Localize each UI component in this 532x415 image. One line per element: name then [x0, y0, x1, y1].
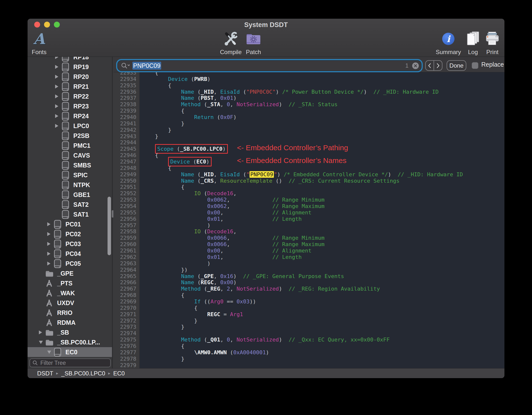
code-line[interactable]: 22950 Name (_CRS, ResourceTemplate () //…: [113, 178, 504, 184]
code-line[interactable]: 22934 Device (PWRB): [113, 76, 504, 82]
code-line[interactable]: 22971 REGC = Arg1: [113, 311, 504, 318]
code-line[interactable]: 22935 {: [113, 82, 504, 89]
disclosure-right-icon[interactable]: [39, 330, 42, 334]
clear-search-icon[interactable]: [412, 62, 419, 69]
sidebar-item-sat1[interactable]: SAT1: [28, 209, 112, 219]
sidebar-item-rp19[interactable]: RP19: [28, 62, 112, 72]
sidebar-item-ntpk[interactable]: NTPK: [28, 180, 112, 190]
filter-tree-input[interactable]: Filter Tree: [30, 358, 111, 367]
patch-button[interactable]: Patch: [237, 28, 269, 56]
code-line[interactable]: 22955 0x00, // Alignment: [113, 209, 504, 216]
disclosure-right-icon[interactable]: [55, 124, 58, 128]
sidebar-scrollbar[interactable]: [108, 197, 111, 255]
code-line[interactable]: 22938 Method (_STA, 0, NotSerialized) //…: [113, 101, 504, 108]
search-input[interactable]: PNP0C09 1: [117, 60, 422, 71]
code-line[interactable]: 22957 ): [113, 222, 504, 229]
disclosure-right-icon[interactable]: [55, 75, 58, 79]
disclosure-right-icon[interactable]: [55, 114, 58, 118]
sidebar-item-pc02[interactable]: PC02: [28, 229, 112, 239]
sidebar-item-cavs[interactable]: CAVS: [28, 150, 112, 160]
code-line[interactable]: 22978 }: [113, 356, 504, 362]
code-line[interactable]: 22947 Device (EC0)<- Embedded Controller…: [113, 159, 504, 165]
replace-checkbox[interactable]: [472, 62, 478, 69]
sidebar-item--gpe[interactable]: _GPE: [28, 268, 112, 278]
code-line[interactable]: 22936 Name (_HID, EisaId ("PNP0C0C") /* …: [113, 89, 504, 95]
disclosure-right-icon[interactable]: [55, 94, 58, 98]
find-next-button[interactable]: [434, 61, 442, 70]
disclosure-right-icon[interactable]: [47, 252, 50, 256]
sidebar-item-p2sb[interactable]: P2SB: [28, 131, 112, 141]
disclosure-down-icon[interactable]: [47, 351, 51, 354]
code-line[interactable]: 22933 {: [113, 72, 504, 76]
code-line[interactable]: 22966 Name (REGC, 0x00): [113, 279, 504, 286]
code-line[interactable]: 22959 0x0066, // Range Minimum: [113, 235, 504, 241]
sidebar-item-spic[interactable]: SPIC: [28, 170, 112, 180]
sidebar-item-rp20[interactable]: RP20: [28, 72, 112, 82]
sidebar-item-smbs[interactable]: SMBS: [28, 160, 112, 170]
disclosure-right-icon[interactable]: [55, 85, 58, 89]
code-line[interactable]: 22942 }: [113, 127, 504, 133]
sidebar-item-pc04[interactable]: PC04: [28, 249, 112, 259]
sidebar-item-rp22[interactable]: RP22: [28, 91, 112, 101]
code-line[interactable]: 22951 {: [113, 184, 504, 190]
disclosure-right-icon[interactable]: [47, 262, 50, 266]
code-line[interactable]: 22969 If ((Arg0 == 0x03)): [113, 298, 504, 305]
breadcrumb-item[interactable]: EC0: [113, 370, 125, 377]
code-line[interactable]: 22967 Method (_REG, 2, NotSerialized) //…: [113, 286, 504, 292]
code-line[interactable]: 22964 }): [113, 267, 504, 273]
sidebar-item-pc05[interactable]: PC05: [28, 259, 112, 268]
code-line[interactable]: 22972 }: [113, 318, 504, 324]
sidebar-item-lpc0[interactable]: LPC0: [28, 121, 112, 131]
sidebar-item-rp18[interactable]: RP18: [28, 57, 112, 62]
find-previous-button[interactable]: [426, 61, 434, 70]
code-line[interactable]: 22962 0x01, // Length: [113, 254, 504, 260]
disclosure-right-icon[interactable]: [47, 242, 50, 246]
code-line[interactable]: 22965 Name (_GPE, 0x16) // _GPE: General…: [113, 273, 504, 280]
code-line[interactable]: 22961 0x00, // Alignment: [113, 248, 504, 254]
disclosure-right-icon[interactable]: [47, 232, 50, 236]
sidebar-item-pmc1[interactable]: PMC1: [28, 141, 112, 150]
sidebar-item-sat2[interactable]: SAT2: [28, 200, 112, 209]
code-line[interactable]: 22973 }: [113, 324, 504, 330]
code-line[interactable]: 22940 Return (0x0F): [113, 114, 504, 120]
breadcrumb-item[interactable]: _SB.PC00.LPC0: [61, 370, 105, 377]
code-line[interactable]: 22958 IO (Decode16,: [113, 228, 504, 235]
disclosure-right-icon[interactable]: [55, 57, 58, 59]
sidebar-item-ec0[interactable]: EC0: [28, 347, 112, 357]
sidebar-item-rp24[interactable]: RP24: [28, 111, 112, 121]
code-line[interactable]: 22952 IO (Decode16,: [113, 190, 504, 197]
print-button[interactable]: Print: [476, 28, 504, 56]
code-line[interactable]: 22979: [113, 362, 504, 368]
sidebar-item-rp21[interactable]: RP21: [28, 82, 112, 91]
code-line[interactable]: 22954 0x0062, // Range Maximum: [113, 203, 504, 209]
code-line[interactable]: 22943 }: [113, 133, 504, 140]
disclosure-right-icon[interactable]: [55, 104, 58, 108]
code-line[interactable]: 22937 Name (PBST, 0x01): [113, 95, 504, 101]
code-line[interactable]: 22939 {: [113, 108, 504, 114]
fonts-button[interactable]: A Fonts: [28, 28, 55, 56]
sidebar-item--wak[interactable]: _WAK: [28, 288, 112, 298]
search-icon[interactable]: [121, 62, 130, 69]
disclosure-down-icon[interactable]: [39, 341, 43, 344]
code-line[interactable]: 22970 {: [113, 305, 504, 311]
code-line[interactable]: 22974: [113, 330, 504, 337]
code-editor[interactable]: 22933 {22934 Device (PWRB)22935 {22936 N…: [113, 72, 504, 368]
code-line[interactable]: 22941 }: [113, 120, 504, 127]
sidebar-item-rdma[interactable]: RDMA: [28, 318, 112, 327]
sidebar-item--pts[interactable]: _PTS: [28, 278, 112, 288]
code-line[interactable]: 22956 0x01, // Length: [113, 216, 504, 222]
code-line[interactable]: 22948 {: [113, 165, 504, 171]
code-line[interactable]: 22945 Scope (_SB.PC00.LPC0)<- Embedded C…: [113, 146, 504, 152]
disclosure-right-icon[interactable]: [47, 222, 50, 226]
disclosure-right-icon[interactable]: [55, 65, 58, 69]
code-line[interactable]: 22968 {: [113, 292, 504, 298]
code-line[interactable]: 22949 Name (_HID, EisaId ("PNP0C09") /* …: [113, 171, 504, 178]
sidebar-item-rrio[interactable]: RRIO: [28, 308, 112, 318]
code-line[interactable]: 22975 Method (_Q01, 0, NotSerialized) //…: [113, 337, 504, 343]
sidebar-item-pc01[interactable]: PC01: [28, 219, 112, 229]
sidebar-item-uxdv[interactable]: UXDV: [28, 298, 112, 308]
sidebar-item-gbe1[interactable]: GBE1: [28, 190, 112, 200]
sidebar-item--sb-pc00-lp-[interactable]: _SB.PC00.LP...: [28, 337, 112, 347]
sidebar-item--sb[interactable]: _SB: [28, 327, 112, 337]
code-line[interactable]: 22977 \AMW0.AMWN (0xA0040001): [113, 349, 504, 356]
